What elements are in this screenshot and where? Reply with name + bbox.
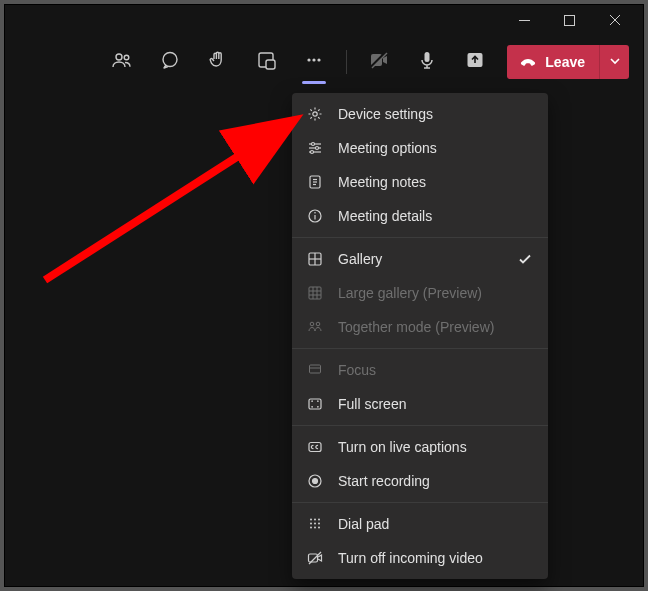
- svg-point-16: [313, 112, 317, 116]
- app-window: Leave Device settings: [4, 4, 644, 587]
- svg-line-57: [45, 123, 290, 280]
- camera-off-icon: [369, 50, 389, 74]
- raise-hand-icon: [208, 50, 228, 74]
- video-off-icon: [306, 549, 324, 567]
- leave-button[interactable]: Leave: [507, 45, 599, 79]
- focus-icon: [306, 361, 324, 379]
- menu-item-label: Focus: [338, 362, 534, 378]
- info-icon: [306, 207, 324, 225]
- menu-item-label: Turn off incoming video: [338, 550, 534, 566]
- window-maximize-button[interactable]: [547, 5, 592, 35]
- svg-rect-33: [309, 287, 321, 299]
- captions-icon: [306, 438, 324, 456]
- svg-point-49: [310, 523, 312, 525]
- menu-item-gallery[interactable]: Gallery: [292, 242, 548, 276]
- menu-item-live-captions[interactable]: Turn on live captions: [292, 430, 548, 464]
- more-actions-button[interactable]: [292, 42, 336, 82]
- svg-point-20: [316, 147, 319, 150]
- menu-item-focus: Focus: [292, 353, 548, 387]
- svg-point-6: [163, 53, 177, 67]
- menu-item-label: Meeting options: [338, 140, 534, 156]
- svg-point-29: [314, 212, 316, 214]
- more-icon: [304, 50, 324, 74]
- svg-point-9: [308, 58, 311, 61]
- svg-point-45: [313, 479, 318, 484]
- sliders-icon: [306, 139, 324, 157]
- window-close-button[interactable]: [592, 5, 637, 35]
- camera-button[interactable]: [357, 42, 401, 82]
- share-button[interactable]: [453, 42, 497, 82]
- microphone-button[interactable]: [405, 42, 449, 82]
- svg-point-38: [310, 322, 314, 326]
- svg-rect-42: [309, 399, 321, 409]
- hangup-icon: [519, 52, 537, 73]
- fullscreen-icon: [306, 395, 324, 413]
- gear-icon: [306, 105, 324, 123]
- window-minimize-button[interactable]: [502, 5, 547, 35]
- svg-point-47: [314, 519, 316, 521]
- toolbar-divider: [346, 50, 347, 74]
- dialpad-icon: [306, 515, 324, 533]
- leave-dropdown-button[interactable]: [599, 45, 629, 79]
- svg-point-53: [314, 527, 316, 529]
- svg-point-52: [310, 527, 312, 529]
- share-screen-icon: [465, 50, 485, 74]
- menu-item-label: Turn on live captions: [338, 439, 534, 455]
- svg-rect-8: [266, 60, 275, 69]
- svg-point-22: [311, 151, 314, 154]
- gallery-icon: [306, 250, 324, 268]
- svg-point-10: [313, 58, 316, 61]
- svg-rect-40: [310, 365, 321, 373]
- svg-point-5: [124, 55, 129, 60]
- raise-hand-button[interactable]: [196, 42, 240, 82]
- menu-item-meeting-options[interactable]: Meeting options: [292, 131, 548, 165]
- svg-point-50: [314, 523, 316, 525]
- menu-item-together-mode: Together mode (Preview): [292, 310, 548, 344]
- svg-point-48: [318, 519, 320, 521]
- chat-button[interactable]: [148, 42, 192, 82]
- menu-item-label: Together mode (Preview): [338, 319, 534, 335]
- menu-item-label: Meeting notes: [338, 174, 534, 190]
- menu-item-start-recording[interactable]: Start recording: [292, 464, 548, 498]
- menu-item-device-settings[interactable]: Device settings: [292, 97, 548, 131]
- menu-item-large-gallery: Large gallery (Preview): [292, 276, 548, 310]
- microphone-icon: [417, 50, 437, 74]
- svg-point-4: [116, 54, 122, 60]
- svg-rect-1: [565, 15, 575, 25]
- menu-item-label: Gallery: [338, 251, 502, 267]
- svg-point-11: [318, 58, 321, 61]
- leave-button-group: Leave: [507, 45, 629, 79]
- menu-item-label: Device settings: [338, 106, 534, 122]
- svg-point-51: [318, 523, 320, 525]
- svg-point-18: [312, 143, 315, 146]
- participants-button[interactable]: [100, 42, 144, 82]
- people-icon: [112, 50, 132, 74]
- rooms-button[interactable]: [244, 42, 288, 82]
- menu-item-dial-pad[interactable]: Dial pad: [292, 507, 548, 541]
- chat-icon: [160, 50, 180, 74]
- chevron-down-icon: [609, 53, 621, 71]
- menu-separator: [292, 237, 548, 238]
- large-gallery-icon: [306, 284, 324, 302]
- menu-item-meeting-notes[interactable]: Meeting notes: [292, 165, 548, 199]
- menu-item-label: Meeting details: [338, 208, 534, 224]
- menu-item-turn-off-incoming-video[interactable]: Turn off incoming video: [292, 541, 548, 575]
- menu-item-label: Start recording: [338, 473, 534, 489]
- more-actions-menu: Device settings Meeting options Meeting …: [292, 93, 548, 579]
- window-titlebar: [5, 5, 643, 35]
- svg-point-39: [316, 322, 320, 326]
- menu-item-full-screen[interactable]: Full screen: [292, 387, 548, 421]
- checkmark-icon: [516, 252, 534, 266]
- menu-item-label: Dial pad: [338, 516, 534, 532]
- menu-item-meeting-details[interactable]: Meeting details: [292, 199, 548, 233]
- menu-item-label: Full screen: [338, 396, 534, 412]
- leave-label: Leave: [545, 54, 585, 70]
- svg-point-54: [318, 527, 320, 529]
- menu-separator: [292, 502, 548, 503]
- together-mode-icon: [306, 318, 324, 336]
- menu-item-label: Large gallery (Preview): [338, 285, 534, 301]
- menu-separator: [292, 425, 548, 426]
- svg-rect-14: [425, 52, 430, 62]
- svg-point-46: [310, 519, 312, 521]
- annotation-arrow: [35, 105, 325, 295]
